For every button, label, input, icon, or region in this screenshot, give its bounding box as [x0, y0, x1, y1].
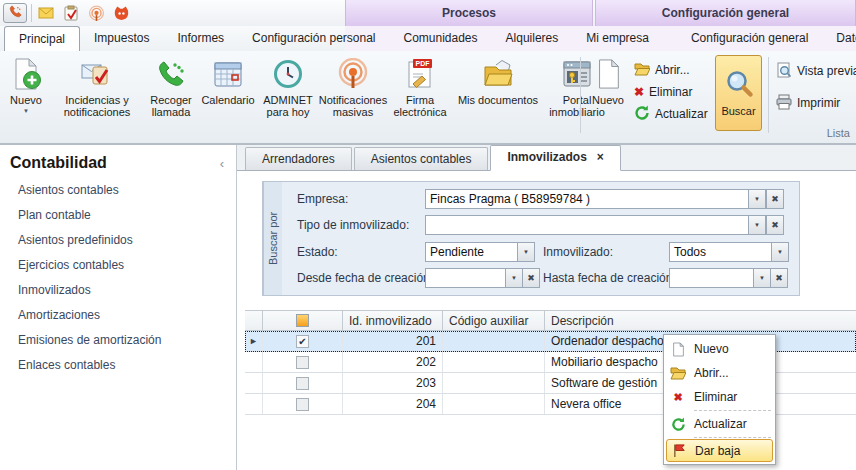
blank-document-icon: [593, 56, 623, 92]
chevron-down-icon: ▼: [759, 275, 765, 281]
estado-select[interactable]: Pendiente ▼: [425, 242, 535, 262]
row-checkbox[interactable]: ✔: [296, 335, 309, 348]
app-menu-button[interactable]: [3, 3, 27, 23]
buscar-button[interactable]: Buscar: [715, 55, 762, 131]
desde-dropdown-button[interactable]: ▼: [505, 268, 523, 288]
mail-icon[interactable]: [37, 4, 55, 22]
row-checkbox[interactable]: [296, 356, 309, 369]
sidebar-item-amortizaciones[interactable]: Amortizaciones: [0, 303, 236, 328]
tab-informes[interactable]: Informes: [163, 26, 238, 51]
cell-codigo: [443, 373, 545, 393]
sidebar-item-ejercicios-contables[interactable]: Ejercicios contables: [0, 253, 236, 278]
new-document-icon: [10, 56, 42, 92]
recoger-llamada-button[interactable]: Recoger llamada: [146, 54, 196, 118]
tab-principal[interactable]: Principal: [4, 26, 80, 51]
vista-previa-button[interactable]: Vista previa: [776, 61, 856, 81]
actualizar-button[interactable]: Actualizar: [634, 104, 708, 124]
list-group-label: Lista: [772, 127, 850, 139]
refresh-icon: [670, 416, 686, 432]
mis-documentos-button[interactable]: Mis documentos: [454, 54, 542, 118]
empresa-clear-button[interactable]: ✖: [766, 189, 784, 209]
button-label: Firma electrónica: [390, 94, 450, 118]
tipo-field[interactable]: [425, 215, 749, 235]
phone-icon: [155, 56, 187, 92]
chevron-down-icon[interactable]: ▼: [771, 243, 788, 261]
sidebar-item-emisiones-amortizacion[interactable]: Emisiones de amortización: [0, 328, 236, 353]
sidebar-item-asientos-predefinidos[interactable]: Asientos predefinidos: [0, 228, 236, 253]
button-label: Notificaciones masivas: [319, 94, 387, 118]
hasta-fecha-label: Hasta fecha de creación:: [543, 268, 676, 288]
nuevo-record-button[interactable]: Nuevo: [586, 54, 630, 106]
sidebar-title: Contabilidad: [10, 154, 107, 172]
menu-item-nuevo[interactable]: Nuevo: [666, 337, 773, 361]
broadcast-icon[interactable]: [87, 4, 105, 22]
menu-item-actualizar[interactable]: Actualizar: [666, 412, 773, 436]
row-indicator-icon: ►: [249, 336, 258, 346]
cell-codigo: [443, 331, 545, 351]
menu-separator: [694, 437, 771, 438]
hasta-fecha-field[interactable]: [669, 268, 754, 288]
firma-electronica-button[interactable]: PDF Firma electrónica: [390, 54, 450, 118]
sidebar-item-plan-contable[interactable]: Plan contable: [0, 203, 236, 228]
desde-fecha-field[interactable]: [425, 268, 506, 288]
tipo-clear-button[interactable]: ✖: [766, 215, 784, 235]
sidebar-item-inmovilizados[interactable]: Inmovilizados: [0, 278, 236, 303]
incidencias-button[interactable]: Incidencias y notificaciones: [52, 54, 142, 118]
column-header-id[interactable]: Id. inmovilizado: [343, 311, 443, 330]
select-all-checkbox[interactable]: [296, 314, 309, 327]
adminet-hoy-button[interactable]: ADMINET para hoy: [260, 54, 316, 118]
close-icon[interactable]: ×: [597, 150, 604, 164]
tab-datos-basicos[interactable]: Datos básicos: [822, 26, 856, 51]
tipo-dropdown-button[interactable]: ▼: [748, 215, 766, 235]
menu-item-eliminar[interactable]: ✖ Eliminar: [666, 385, 773, 409]
collapse-chevron-icon[interactable]: ‹: [220, 156, 224, 171]
search-panel: Buscar por Empresa: Fincas Pragma ( B589…: [262, 181, 800, 296]
tasks-icon[interactable]: [62, 4, 80, 22]
eliminar-button[interactable]: ✖ Eliminar: [634, 82, 692, 102]
doc-tab-arrendadores[interactable]: Arrendadores: [245, 147, 352, 170]
hasta-dropdown-button[interactable]: ▼: [753, 268, 771, 288]
tab-configuracion-personal[interactable]: Configuración personal: [238, 26, 389, 51]
sidebar-item-asientos-contables[interactable]: Asientos contables: [0, 178, 236, 203]
tab-impuestos[interactable]: Impuestos: [80, 26, 163, 51]
row-checkbox[interactable]: [296, 398, 309, 411]
empresa-field[interactable]: Fincas Pragma ( B58959784 ): [425, 189, 749, 209]
inmovilizado-select[interactable]: Todos ▼: [669, 242, 789, 262]
menu-item-abrir[interactable]: Abrir...: [666, 361, 773, 385]
button-label: Buscar: [721, 105, 755, 117]
button-label: Calendario: [201, 94, 254, 106]
column-header-descripcion[interactable]: Descripción: [545, 311, 856, 330]
row-checkbox[interactable]: [296, 377, 309, 390]
mascot-icon[interactable]: [112, 4, 130, 22]
sidebar-item-enlaces-contables[interactable]: Enlaces contables: [0, 353, 236, 378]
cell-id: 203: [343, 373, 443, 393]
imprimir-button[interactable]: Imprimir: [776, 93, 840, 113]
desde-fecha-label: Desde fecha de creación:: [297, 268, 433, 288]
notificaciones-masivas-button[interactable]: Notificaciones masivas: [320, 54, 386, 118]
menu-item-dar-baja[interactable]: Dar baja: [666, 439, 773, 462]
abrir-button[interactable]: Abrir...: [634, 60, 690, 80]
nuevo-split-button[interactable]: Nuevo ▼: [4, 54, 48, 118]
select-all-header[interactable]: [263, 311, 343, 330]
cell-id: 204: [343, 394, 443, 414]
doc-tab-asientos-contables[interactable]: Asientos contables: [354, 147, 489, 170]
tab-comunidades[interactable]: Comunidades: [390, 26, 492, 51]
desde-clear-button[interactable]: ✖: [522, 268, 540, 288]
chevron-down-icon[interactable]: ▼: [517, 243, 534, 261]
menu-item-label: Eliminar: [694, 390, 737, 404]
tab-mi-empresa[interactable]: Mi empresa: [572, 26, 663, 51]
blank-document-icon: [670, 341, 686, 357]
context-group-procesos: Procesos: [345, 0, 593, 26]
doc-tab-inmovilizados[interactable]: Inmovilizados×: [490, 145, 620, 171]
hasta-clear-button[interactable]: ✖: [770, 268, 788, 288]
column-header-codigo[interactable]: Código auxiliar: [443, 311, 545, 330]
documents-folder-icon: [482, 56, 514, 92]
tab-configuracion-general[interactable]: Configuración general: [677, 26, 822, 51]
button-label: Nuevo: [10, 94, 42, 106]
inmovilizado-value: Todos: [674, 245, 706, 259]
chevron-down-icon: ▼: [754, 222, 760, 228]
calendario-button[interactable]: Calendario: [200, 54, 256, 118]
tab-alquileres[interactable]: Alquileres: [492, 26, 573, 51]
sidebar-contabilidad: Contabilidad ‹ Asientos contables Plan c…: [0, 145, 237, 470]
empresa-dropdown-button[interactable]: ▼: [748, 189, 766, 209]
